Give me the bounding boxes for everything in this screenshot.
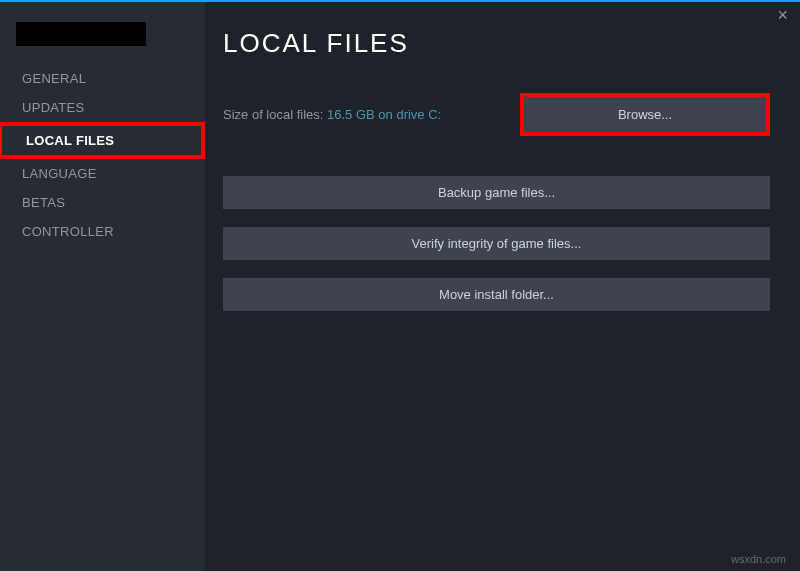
sidebar-item-general[interactable]: GENERAL [0,64,205,93]
size-row: Size of local files: 16.5 GB on drive C:… [223,93,770,136]
watermark: wsxdn.com [731,553,786,565]
game-title-redacted [16,22,146,46]
backup-button[interactable]: Backup game files... [223,176,770,209]
verify-button[interactable]: Verify integrity of game files... [223,227,770,260]
window-container: GENERAL UPDATES LOCAL FILES LANGUAGE BET… [0,2,800,571]
size-text: Size of local files: 16.5 GB on drive C: [223,107,441,122]
sidebar-item-local-files[interactable]: LOCAL FILES [0,122,205,159]
page-title: LOCAL FILES [223,28,770,59]
main-panel: LOCAL FILES Size of local files: 16.5 GB… [205,2,800,571]
sidebar-item-betas[interactable]: BETAS [0,188,205,217]
move-folder-button[interactable]: Move install folder... [223,278,770,311]
browse-button[interactable]: Browse... [520,93,770,136]
sidebar-item-language[interactable]: LANGUAGE [0,159,205,188]
sidebar-item-updates[interactable]: UPDATES [0,93,205,122]
close-button[interactable]: × [777,6,788,24]
sidebar-item-controller[interactable]: CONTROLLER [0,217,205,246]
sidebar: GENERAL UPDATES LOCAL FILES LANGUAGE BET… [0,2,205,571]
size-value: 16.5 GB on drive C: [327,107,441,122]
size-label: Size of local files: [223,107,327,122]
